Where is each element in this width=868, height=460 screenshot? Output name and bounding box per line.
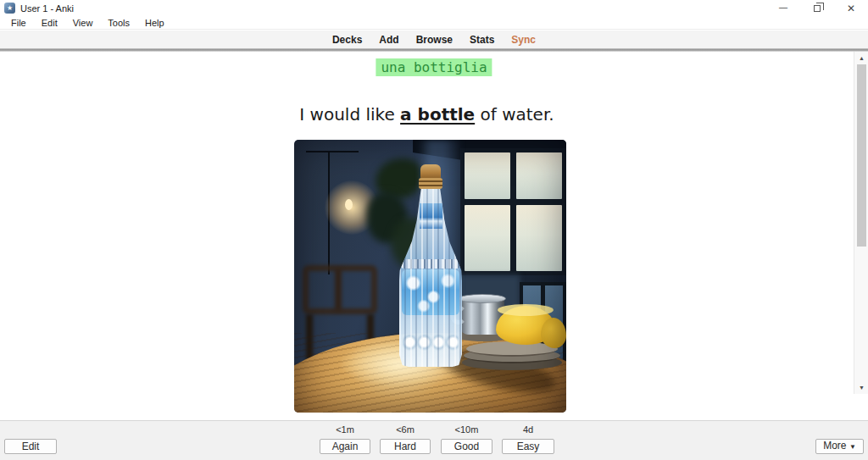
window-title: User 1 - Anki	[20, 3, 74, 14]
nav-add[interactable]: Add	[379, 34, 398, 46]
again-button[interactable]: Again	[320, 439, 370, 454]
answer-bar: <1m <6m <10m 4d Edit Again Hard Good Eas…	[0, 420, 868, 460]
scroll-up-icon[interactable]: ▲	[854, 55, 868, 61]
sentence-emphasis: a bottle	[400, 104, 475, 125]
card-image	[294, 140, 566, 413]
easy-button[interactable]: Easy	[502, 439, 554, 454]
menu-help[interactable]: Help	[137, 18, 172, 28]
photo-vignette	[294, 140, 566, 413]
menu-view[interactable]: View	[65, 18, 101, 28]
more-label: More	[823, 440, 846, 452]
menu-bar: File Edit View Tools Help	[0, 16, 868, 30]
edit-button[interactable]: Edit	[4, 439, 57, 454]
more-button[interactable]: More ▼	[815, 439, 864, 454]
interval-hard: <6m	[380, 424, 431, 435]
close-icon: ✕	[847, 3, 855, 14]
close-button[interactable]: ✕	[834, 0, 868, 16]
nav-stats[interactable]: Stats	[470, 34, 494, 46]
sentence-suffix: of water.	[475, 104, 554, 125]
app-star-glyph: ★	[7, 5, 13, 12]
good-button[interactable]: Good	[441, 439, 492, 454]
title-bar: ★ User 1 - Anki — ✕	[0, 0, 868, 16]
card-sentence: I would like a bottle of water.	[0, 104, 854, 125]
scrollbar-thumb[interactable]	[857, 64, 866, 247]
sentence-prefix: I would like	[299, 104, 400, 125]
restore-icon	[814, 5, 821, 12]
window-controls: — ✕	[766, 0, 868, 16]
menu-tools[interactable]: Tools	[100, 18, 137, 28]
card-front-word: una bottiglia	[376, 58, 492, 76]
interval-again: <1m	[320, 424, 370, 435]
scroll-down-icon[interactable]: ▼	[854, 385, 868, 391]
interval-easy: 4d	[502, 424, 554, 435]
nav-browse[interactable]: Browse	[416, 34, 453, 46]
card-content-area: una bottiglia I would like a bottle of w…	[0, 52, 868, 420]
nav-sync[interactable]: Sync	[511, 34, 536, 46]
menu-edit[interactable]: Edit	[34, 18, 65, 28]
minimize-button[interactable]: —	[766, 0, 800, 16]
hard-button[interactable]: Hard	[380, 439, 431, 454]
minimize-icon: —	[779, 3, 787, 12]
nav-toolbar: Decks Add Browse Stats Sync	[0, 30, 868, 48]
restore-button[interactable]	[800, 0, 834, 16]
content-scrollbar[interactable]: ▲ ▼	[854, 52, 868, 394]
menu-file[interactable]: File	[3, 18, 34, 28]
anki-app-icon: ★	[4, 3, 15, 14]
more-arrow-icon: ▼	[849, 443, 856, 451]
interval-good: <10m	[441, 424, 492, 435]
nav-decks[interactable]: Decks	[332, 34, 362, 46]
